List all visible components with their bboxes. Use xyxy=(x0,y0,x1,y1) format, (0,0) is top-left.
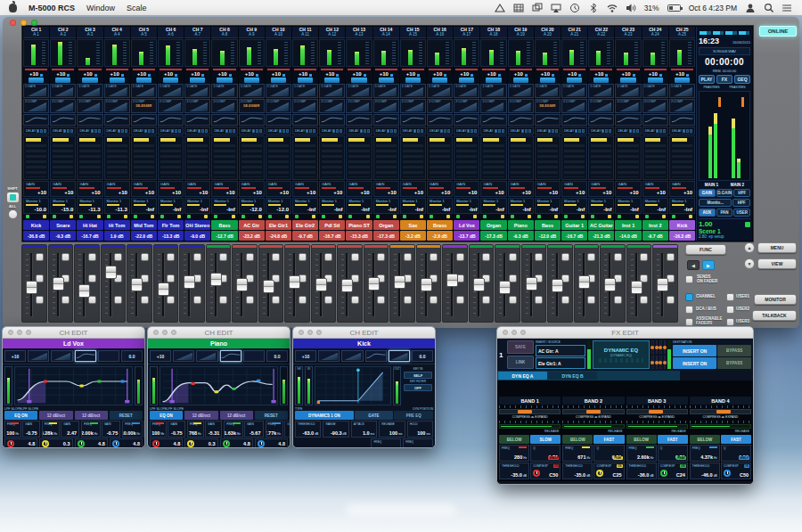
clock-icon[interactable] xyxy=(569,3,580,13)
gain-section[interactable]: GAIN+10 xyxy=(239,181,265,197)
select-button[interactable] xyxy=(513,78,528,83)
comp-thumbnail[interactable]: 2:COMP xyxy=(319,99,345,113)
q-cell[interactable]: 4.8 xyxy=(255,438,288,448)
delay-sf-button[interactable] xyxy=(440,129,443,133)
q-knob[interactable] xyxy=(258,440,265,447)
gate-thumbnail[interactable]: 1:GATE xyxy=(211,84,237,98)
eq-thumbnail[interactable] xyxy=(535,114,561,126)
key-self-button[interactable]: SELF xyxy=(404,372,432,379)
monitor-assign-button[interactable]: Monito... xyxy=(699,199,732,207)
select-button[interactable] xyxy=(298,78,313,83)
band-compexp[interactable]: COMP/EXPC24ON xyxy=(658,462,688,479)
lpf-slope-button[interactable]: 12 dB/oct xyxy=(75,411,108,420)
fader-cap[interactable] xyxy=(446,274,458,287)
band-freq-value[interactable]: FREQ768Hz xyxy=(187,421,204,438)
delay-row[interactable]: DELAY xyxy=(346,127,372,135)
window-titlebar[interactable]: CH EDIT xyxy=(148,327,290,339)
channel-header[interactable]: CH 8A 8 xyxy=(211,27,237,38)
delay-row[interactable]: DELAY xyxy=(427,127,453,135)
monitor-section[interactable]: Monitor 1-Inf xyxy=(588,198,614,214)
aux-send-block[interactable] xyxy=(131,135,157,180)
delay-sf-button[interactable] xyxy=(548,129,551,133)
channel-header[interactable]: CH 23A 23 xyxy=(615,27,641,38)
delay-sf-button[interactable] xyxy=(279,129,282,133)
sel-button[interactable] xyxy=(430,253,438,261)
select-button[interactable] xyxy=(405,78,421,83)
compexp-knob[interactable] xyxy=(596,470,603,477)
mute-button[interactable] xyxy=(351,296,359,304)
aux-send-block[interactable] xyxy=(346,135,372,180)
channel-name[interactable]: Inst 1 xyxy=(615,220,641,230)
band-gain-value[interactable]: GAIN-0.75 xyxy=(143,421,145,438)
comp-thumbnail[interactable]: 2:COMP xyxy=(373,99,399,113)
comp-thumbnail[interactable]: 2:COMP xyxy=(346,99,372,113)
band-threshold[interactable]: THRESHOLD-35.0dB xyxy=(499,462,529,479)
eq-thumbnail[interactable] xyxy=(427,114,453,126)
channel-header[interactable]: CH 9A 9 xyxy=(239,27,265,38)
delay-a-button[interactable] xyxy=(578,129,581,133)
delay-row[interactable]: DELAY xyxy=(23,127,49,135)
monitor-section[interactable]: Monitor 1-Inf xyxy=(642,198,668,214)
delay-sf-button[interactable] xyxy=(332,129,335,133)
solo-button[interactable] xyxy=(167,274,175,282)
gain-section[interactable]: GAIN+10 xyxy=(346,181,372,197)
channel-name[interactable]: Mid Tom xyxy=(131,220,157,230)
q-knob[interactable] xyxy=(187,440,194,447)
channel-header[interactable]: CH 20A 20 xyxy=(535,27,561,38)
fx-edit-window[interactable]: FX EDIT1SAFELINKINSERT / SOURCEAC Gtr: A… xyxy=(496,326,754,485)
delay-b-button[interactable] xyxy=(340,129,342,133)
delay-sf-button[interactable] xyxy=(413,129,416,133)
fader-cap[interactable] xyxy=(131,278,143,291)
channel-header[interactable]: CH 18A 18 xyxy=(480,27,506,38)
minimize-button[interactable] xyxy=(17,330,22,335)
gain-trim-row[interactable]: +10 xyxy=(158,68,184,77)
eq-graph[interactable] xyxy=(14,366,133,405)
eq-graph[interactable] xyxy=(160,366,278,405)
gain-section[interactable]: GAIN+10 xyxy=(211,181,237,197)
band-gain-value[interactable]: GAIN0.52 xyxy=(284,421,291,438)
channel-header[interactable]: CH 17A 17 xyxy=(454,27,479,38)
delay-a-button[interactable] xyxy=(471,129,473,133)
delay-a-button[interactable] xyxy=(67,129,70,133)
channel-header[interactable]: CH 4A 4 xyxy=(104,27,130,38)
view-button[interactable]: VIEW xyxy=(757,258,797,269)
comp-thumb[interactable] xyxy=(196,350,217,362)
wifi-icon[interactable] xyxy=(607,3,618,13)
dyn-param[interactable]: THRESHOLD-63.0dB xyxy=(295,421,321,438)
gate-thumbnail[interactable]: 1:GATE xyxy=(480,84,506,98)
slider-handle[interactable] xyxy=(518,410,532,413)
menu-item-scale[interactable]: Scale xyxy=(127,4,147,12)
gate-thumbnail[interactable]: 1:GATE xyxy=(669,84,695,98)
channel-header[interactable]: CH 15A 15 xyxy=(400,27,426,38)
gain-trim-row[interactable]: +10 xyxy=(319,68,345,77)
window-titlebar[interactable]: FX EDIT xyxy=(497,327,753,339)
ch-edit-window[interactable]: CH EDITKick+100.0GRINOUTKEY INSELFKEY FI… xyxy=(292,326,436,448)
channel-name[interactable]: Bass xyxy=(211,220,237,230)
mute-button[interactable] xyxy=(272,296,280,304)
delay-a-button[interactable] xyxy=(417,129,420,133)
user1-checkbox[interactable] xyxy=(726,293,734,301)
dyn-thumb[interactable] xyxy=(243,350,265,362)
eq-thumb[interactable] xyxy=(75,350,96,362)
fx-knob[interactable] xyxy=(651,356,654,369)
channel-name[interactable]: Piano xyxy=(508,220,534,230)
dyn-param[interactable]: HOLD100ms xyxy=(407,421,433,438)
gate-thumbnail[interactable]: 1:GATE xyxy=(158,84,184,98)
eq-thumbnail[interactable] xyxy=(642,114,668,126)
q-cell[interactable]: 4.8 xyxy=(110,438,143,448)
channel-name[interactable]: Organ xyxy=(480,220,506,230)
delay-b-button[interactable] xyxy=(98,129,101,133)
menu-button[interactable]: MENU xyxy=(757,242,797,253)
delay-sf-button[interactable] xyxy=(118,129,120,133)
pre-eq-tab[interactable]: PRE EQ xyxy=(394,411,433,420)
mute-button[interactable] xyxy=(193,296,201,304)
delay-b-button[interactable] xyxy=(44,129,46,133)
band-threshold[interactable]: THRESHOLD-35.0dB xyxy=(562,462,593,479)
gain-trim-row[interactable]: +10 xyxy=(346,68,372,77)
gain-section[interactable]: GAIN+10 xyxy=(508,181,534,197)
gain-section[interactable]: GAIN+10 xyxy=(104,181,130,197)
monitor-section[interactable]: Monitor 1-Inf xyxy=(373,198,399,214)
monitor-section[interactable]: Monitor 1-Inf xyxy=(615,198,641,214)
fader-cap[interactable] xyxy=(26,281,37,294)
comp-thumbnail[interactable]: 2:COMP xyxy=(588,99,614,113)
